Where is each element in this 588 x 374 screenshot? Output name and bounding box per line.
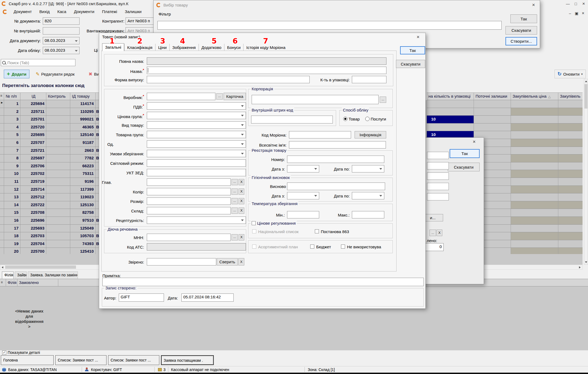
resolution863-checkbox[interactable] xyxy=(315,229,319,233)
price-regulation-checkbox[interactable] xyxy=(252,221,256,225)
table-row[interactable]: 20225700125410 xyxy=(0,248,99,254)
select-ok-button[interactable]: Так xyxy=(510,14,537,23)
edit-row-button[interactable]: ✎ Редагувати рядок xyxy=(33,70,78,78)
menu-item-4[interactable]: Платежі xyxy=(99,9,120,16)
fragment-value-field[interactable]: 0 xyxy=(423,243,444,251)
window-tab-0[interactable]: Головна xyxy=(1,355,54,365)
conclusion-field[interactable] xyxy=(287,183,385,190)
qty-per-pack-field[interactable] xyxy=(352,76,386,83)
close-button[interactable]: × xyxy=(580,1,587,7)
clear-button[interactable]: X xyxy=(437,230,442,236)
filter-input[interactable] xyxy=(157,21,502,30)
scroll-left-icon[interactable] xyxy=(2,266,3,268)
table-row[interactable]: 13225712119023 xyxy=(0,193,99,201)
menu-item-3[interactable]: Документи xyxy=(71,9,98,16)
warehouse-field[interactable] xyxy=(147,207,231,214)
table-row[interactable]: 422572046365Ві xyxy=(0,123,99,131)
not-used-checkbox[interactable] xyxy=(341,245,345,249)
account-date-field[interactable]: 08.03.2023 xyxy=(43,47,80,54)
release-form-field[interactable] xyxy=(147,76,310,83)
table-row[interactable]: 72257212663Ві xyxy=(0,147,99,155)
prescription-select[interactable] xyxy=(147,217,246,224)
table-row[interactable]: 17225693125049 xyxy=(0,225,99,233)
size-browse-button[interactable]: ... xyxy=(231,198,238,204)
glav-field[interactable] xyxy=(147,178,231,186)
table-row[interactable]: 5225695125140Ві xyxy=(0,131,99,139)
table-row[interactable]: ►1225694114174 xyxy=(0,100,99,108)
hyg-date-from-select[interactable] xyxy=(287,192,319,199)
budget-checkbox[interactable] xyxy=(310,245,314,249)
table-row[interactable]: 14225722125130 xyxy=(0,201,99,209)
table-row[interactable]: 82256977782Ві xyxy=(0,154,99,162)
close-icon[interactable]: × xyxy=(471,139,477,145)
color-browse-button[interactable]: ... xyxy=(231,188,238,195)
hyg-date-to-select[interactable] xyxy=(352,192,384,199)
refresh-button[interactable]: ↻ Оновити ▾ xyxy=(555,70,586,78)
table-row[interactable]: 112257199196 xyxy=(0,178,99,186)
warehouse-clear-button[interactable]: X xyxy=(239,208,244,214)
right-grid-header[interactable]: на кількість в упаковці Поточні залишки … xyxy=(427,92,583,100)
vertical-scrollbar[interactable] xyxy=(584,79,588,265)
search-input[interactable]: Поиск (Tab) xyxy=(1,59,75,66)
tab-4[interactable]: Додатково xyxy=(199,44,224,51)
window-tab-1[interactable]: Список: Заявки пост ... xyxy=(55,355,106,365)
mdi-minimize-button[interactable]: – xyxy=(567,10,573,16)
bottom-tab-1[interactable]: Зайве xyxy=(15,271,27,279)
reg-date-from-select[interactable] xyxy=(287,165,319,172)
table-row-right[interactable] xyxy=(427,123,583,131)
menu-item-5[interactable]: Залишки xyxy=(121,9,145,16)
window-tab-3[interactable]: Заявка поставщикам . xyxy=(161,355,214,365)
manufacturer-field[interactable] xyxy=(147,93,215,100)
glav-browse-button[interactable]: ... xyxy=(231,179,238,185)
unit-select[interactable] xyxy=(147,140,246,148)
mnn-browse-button[interactable]: ... xyxy=(231,234,238,240)
table-row[interactable]: 18225703105703Ві xyxy=(0,232,99,240)
bottom-tab-0[interactable]: Філія xyxy=(2,271,14,279)
temp-min-field[interactable] xyxy=(287,211,319,218)
table-row-right[interactable]: 10 xyxy=(427,116,583,123)
note-field[interactable] xyxy=(102,278,424,286)
size-field[interactable] xyxy=(147,197,231,205)
mdi-close-button[interactable]: × xyxy=(580,10,586,16)
scroll-right-icon[interactable] xyxy=(579,266,581,268)
menu-item-2[interactable]: Каса xyxy=(54,9,70,16)
bottom-tab-2[interactable]: Заявка. Залишки по замінник xyxy=(28,271,78,279)
product-ok-button[interactable]: Так xyxy=(400,46,425,54)
mnn-field[interactable] xyxy=(147,234,231,241)
vat-select[interactable] xyxy=(147,102,246,110)
window-tab-2[interactable]: Список: Заявки пост ... xyxy=(108,355,159,365)
table-row[interactable]: 1522570882758 xyxy=(0,209,99,217)
menu-item-0[interactable]: Документ xyxy=(10,9,35,16)
size-clear-button[interactable]: X xyxy=(239,198,244,204)
product-group-select[interactable] xyxy=(147,131,246,138)
scroll-up-icon[interactable] xyxy=(585,81,587,82)
reg-number-field[interactable] xyxy=(287,156,384,163)
doc-number-field[interactable]: 820 xyxy=(43,17,80,25)
table-row[interactable]: 1022570275311 xyxy=(0,170,99,178)
color-clear-button[interactable]: X xyxy=(239,188,244,195)
ukt-zed-field[interactable] xyxy=(147,169,246,176)
morion-code-field[interactable] xyxy=(289,131,351,138)
horizontal-scroll-thumb[interactable] xyxy=(5,265,76,269)
fragment-cancel-button[interactable]: Скасувати xyxy=(448,163,480,171)
verify-clear-button[interactable]: X xyxy=(238,258,244,265)
show-details-toggle[interactable]: ✓ Показувати деталі xyxy=(2,350,40,355)
minimize-button[interactable]: — xyxy=(564,1,572,7)
corporation-field[interactable] xyxy=(252,95,379,104)
mdi-restore-button[interactable]: ▣ xyxy=(574,10,580,16)
product-kind-select[interactable] xyxy=(147,121,246,129)
table-row-right[interactable] xyxy=(427,100,583,108)
table-row[interactable]: 1922570474393Ві xyxy=(0,240,99,248)
add-button[interactable]: + Додати xyxy=(4,70,29,78)
warehouse-browse-button[interactable]: ... xyxy=(231,208,238,214)
internal-number-field[interactable] xyxy=(43,27,80,35)
verified-field[interactable] xyxy=(147,258,216,265)
table-row[interactable]: 2225711110295Ві xyxy=(0,108,99,116)
table-row[interactable]: 622570791187 xyxy=(0,139,99,147)
info-button[interactable]: Інформація xyxy=(355,131,386,138)
table-row[interactable]: 12225714117399 xyxy=(0,186,99,194)
services-radio[interactable] xyxy=(365,117,370,121)
fragment-ok-button[interactable]: Так xyxy=(450,149,480,158)
mnn-clear-button[interactable]: X xyxy=(239,234,244,240)
color-field[interactable] xyxy=(147,188,231,195)
